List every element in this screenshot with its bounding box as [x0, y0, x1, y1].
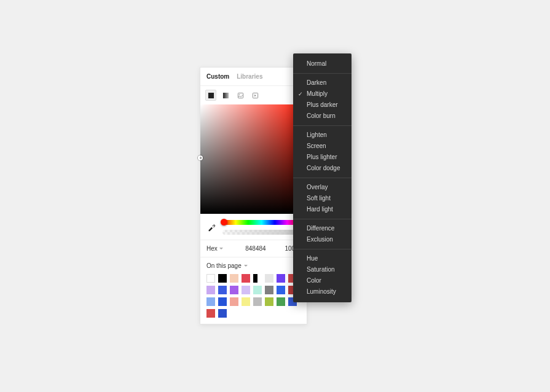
blend-item-luminosity[interactable]: Luminosity — [293, 286, 352, 297]
blend-item-color[interactable]: Color — [293, 275, 352, 286]
swatch[interactable] — [277, 286, 285, 294]
chevron-down-icon — [219, 248, 223, 249]
swatch[interactable] — [230, 274, 238, 283]
svg-rect-1 — [222, 92, 228, 98]
blend-item-difference[interactable]: Difference — [293, 223, 352, 234]
swatch[interactable] — [265, 297, 273, 306]
swatch[interactable] — [242, 286, 250, 294]
blend-item-darken[interactable]: Darken — [293, 77, 352, 88]
swatches-section: On this page — [200, 257, 307, 324]
swatch[interactable] — [218, 309, 227, 318]
sv-cursor[interactable] — [198, 155, 203, 160]
blend-item-exclusion[interactable]: Exclusion — [293, 234, 352, 245]
fill-type-row — [200, 86, 307, 104]
blend-mode-menu: NormalDarkenMultiplyPlus darkerColor bur… — [293, 53, 352, 302]
saturation-value-area[interactable] — [200, 104, 307, 214]
blend-item-normal[interactable]: Normal — [293, 58, 352, 69]
sliders — [222, 220, 301, 235]
blend-group: DifferenceExclusion — [293, 219, 352, 246]
blend-group: DarkenMultiplyPlus darkerColor burn — [293, 73, 352, 123]
swatch[interactable] — [277, 297, 285, 306]
swatch[interactable] — [277, 274, 285, 283]
eyedropper-button[interactable] — [206, 222, 216, 232]
hex-label: Hex — [206, 245, 218, 252]
swatch[interactable] — [206, 309, 215, 318]
swatch[interactable] — [230, 297, 238, 306]
swatch[interactable] — [253, 297, 262, 306]
alpha-slider[interactable] — [222, 230, 301, 235]
hue-thumb[interactable] — [221, 219, 227, 225]
blend-item-lighten[interactable]: Lighten — [293, 130, 352, 141]
blend-item-plus-darker[interactable]: Plus darker — [293, 100, 352, 111]
blend-item-hue[interactable]: Hue — [293, 253, 352, 264]
tab-libraries[interactable]: Libraries — [237, 73, 262, 80]
swatch[interactable] — [230, 286, 238, 294]
swatch[interactable] — [218, 286, 227, 294]
swatch[interactable] — [265, 286, 273, 294]
tabs-bar: Custom Libraries + — [200, 68, 307, 86]
swatch[interactable] — [265, 274, 273, 283]
fill-type-image[interactable] — [235, 90, 246, 101]
gradient-icon — [222, 92, 229, 99]
blend-group: HueSaturationColorLuminosity — [293, 249, 352, 299]
swatches-header-label: On this page — [206, 262, 242, 269]
blend-item-color-dodge[interactable]: Color dodge — [293, 163, 352, 174]
blend-item-color-burn[interactable]: Color burn — [293, 111, 352, 122]
svg-rect-0 — [208, 92, 213, 98]
blend-group: OverlaySoft lightHard light — [293, 178, 352, 216]
blend-item-hard-light[interactable]: Hard light — [293, 204, 352, 215]
color-model-dropdown[interactable]: Hex — [206, 245, 223, 252]
swatches-scope-dropdown[interactable]: On this page — [206, 262, 301, 269]
tab-custom[interactable]: Custom — [206, 73, 229, 80]
swatches-grid — [206, 274, 301, 318]
swatch[interactable] — [218, 297, 227, 306]
hex-row: Hex 848484 100% — [200, 240, 307, 257]
swatch[interactable] — [218, 274, 227, 283]
hue-slider[interactable] — [222, 220, 301, 225]
swatch[interactable] — [242, 274, 250, 283]
blend-item-saturation[interactable]: Saturation — [293, 264, 352, 275]
swatch[interactable] — [206, 274, 215, 283]
swatch[interactable] — [242, 297, 250, 306]
image-icon — [237, 92, 244, 99]
svg-point-3 — [238, 93, 239, 94]
eyedropper-icon — [207, 223, 216, 232]
swatch[interactable] — [253, 286, 262, 294]
blend-item-overlay[interactable]: Overlay — [293, 182, 352, 193]
slider-area — [200, 214, 307, 240]
blend-item-plus-lighter[interactable]: Plus lighter — [293, 152, 352, 163]
swatch[interactable] — [206, 286, 215, 294]
blend-item-soft-light[interactable]: Soft light — [293, 193, 352, 204]
solid-icon — [208, 92, 214, 99]
swatch[interactable] — [206, 297, 215, 306]
color-picker-panel: Custom Libraries + — [200, 67, 307, 324]
blend-item-screen[interactable]: Screen — [293, 141, 352, 152]
blend-group: Normal — [293, 57, 352, 71]
swatch[interactable] — [253, 274, 262, 283]
fill-type-solid[interactable] — [205, 90, 216, 101]
chevron-down-icon — [244, 265, 248, 267]
fill-type-gradient[interactable] — [220, 90, 231, 101]
hex-value-input[interactable]: 848484 — [230, 245, 281, 252]
fill-type-video[interactable] — [249, 90, 261, 101]
blend-group: LightenScreenPlus lighterColor dodge — [293, 125, 352, 175]
video-icon — [252, 92, 259, 99]
blend-item-multiply[interactable]: Multiply — [293, 88, 352, 100]
